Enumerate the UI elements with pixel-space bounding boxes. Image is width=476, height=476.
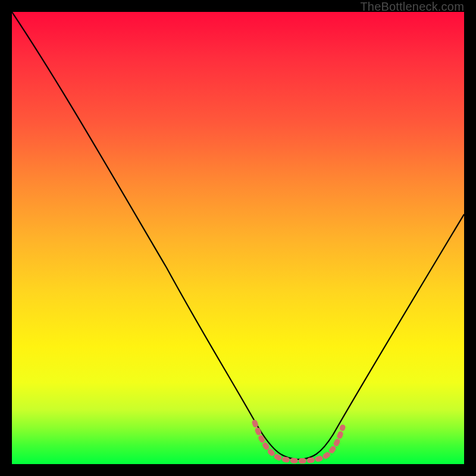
chart-background-gradient — [12, 12, 464, 464]
watermark-text: TheBottleneck.com — [360, 0, 464, 14]
chart-frame: TheBottleneck.com — [0, 0, 476, 476]
